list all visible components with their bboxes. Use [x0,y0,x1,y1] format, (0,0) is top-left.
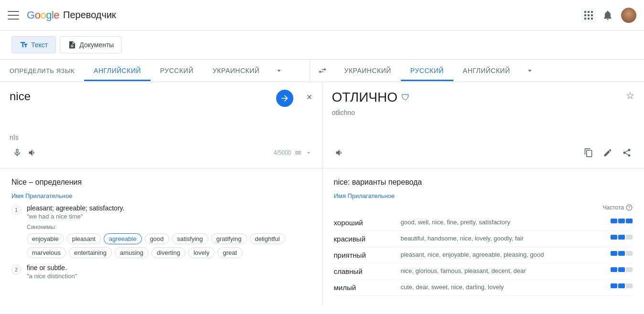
output-panel: ОТЛИЧНО 🛡 otlichno ☆ [322,82,644,168]
synonym-amusing[interactable]: amusing [115,247,149,258]
freq-bars-4 [611,283,633,288]
svg-rect-10 [295,152,301,153]
synonym-delightful[interactable]: delightful [250,233,285,244]
share-button[interactable] [619,145,634,160]
target-russian-btn[interactable]: РУССКИЙ [401,60,453,81]
svg-rect-6 [584,18,586,20]
svg-rect-8 [591,18,593,20]
synonym-diverting[interactable]: diverting [151,247,185,258]
target-lang-panel: УКРАИНСКИЙ РУССКИЙ АНГЛИЙСКИЙ [335,60,644,82]
trans-row-1: красивый beautiful, handsome, nice, love… [334,231,633,247]
translations-pos: Имя Прилагательное [334,192,633,199]
bottom-section: Nice – определения Имя Прилагательное 1 … [0,168,644,305]
text-button[interactable]: Текст [11,36,56,53]
svg-rect-1 [588,11,590,13]
freq-header: Частота ? [334,204,633,211]
definitions-title: Nice – определения [11,178,311,187]
output-speaker-button[interactable] [332,145,347,160]
source-lang-panel: ОПРЕДЕЛИТЬ ЯЗЫК АНГЛИЙСКИЙ РУССКИЙ УКРАИ… [0,60,310,82]
header: Google Переводчик [0,0,644,31]
google-logo: Google [27,9,59,21]
synonym-tags-1: enjoyable pleasant agreeable good satisf… [27,233,311,258]
favorite-button[interactable]: ☆ [626,90,634,101]
synonym-great[interactable]: great [217,247,242,258]
source-lang-chevron[interactable] [269,60,289,82]
trans-row-4: милый cute, dear, sweet, nice, darling, … [334,280,633,296]
output-phonetic: otlichno [332,109,410,116]
svg-rect-11 [295,154,301,154]
trans-word-3[interactable]: славный [334,267,401,275]
definition-example-2: "a nice distinction" [27,272,77,280]
target-lang-chevron[interactable] [520,60,540,82]
source-english-btn[interactable]: АНГЛИЙСКИЙ [84,60,150,81]
svg-text:?: ? [628,206,631,210]
synonym-marvelous[interactable]: marvelous [27,247,66,258]
language-bar: ОПРЕДЕЛИТЬ ЯЗЫК АНГЛИЙСКИЙ РУССКИЙ УКРАИ… [0,60,644,82]
logo-area: Google Переводчик [27,9,116,21]
output-actions [332,141,635,160]
target-english-btn[interactable]: АНГЛИЙСКИЙ [453,60,520,81]
svg-rect-4 [588,14,590,16]
svg-rect-7 [588,18,590,20]
translations-panel: nice: варианты перевода Имя Прилагательн… [322,168,644,305]
input-actions: 4/5000 [10,145,312,160]
trans-row-3: славный nice, glorious, famous, pleasant… [334,263,633,280]
trans-synonyms-1: beautiful, handsome, nice, lovely, goodl… [401,235,605,242]
detect-lang-btn[interactable]: ОПРЕДЕЛИТЬ ЯЗЫК [0,61,84,81]
svg-rect-5 [591,14,593,16]
toolbar: Текст Документы [0,31,644,60]
synonym-satisfying[interactable]: satisfying [172,233,208,244]
docs-button[interactable]: Документы [60,36,122,53]
translations-title: nice: варианты перевода [334,178,633,187]
app-title: Переводчик [63,10,116,21]
avatar[interactable] [621,8,636,23]
shield-icon: 🛡 [401,93,410,103]
svg-rect-3 [584,14,586,16]
freq-bars-1 [611,235,633,240]
source-text-input[interactable]: nice [10,90,312,130]
trans-synonyms-4: cute, dear, sweet, nice, darling, lovely [401,283,605,291]
trans-row-2: приятный pleasant, nice, enjoyable, agre… [334,247,633,263]
clear-input-button[interactable]: × [307,92,312,103]
freq-bars-3 [611,267,633,272]
menu-icon[interactable] [8,10,19,21]
trans-word-0[interactable]: хороший [334,219,401,227]
source-russian-btn[interactable]: РУССКИЙ [150,60,203,81]
target-ukrainian-btn[interactable]: УКРАИНСКИЙ [335,60,401,81]
definitions-pos: Имя Прилагательное [11,192,311,199]
synonym-gratifying[interactable]: gratifying [211,233,247,244]
bell-icon[interactable] [602,10,613,21]
trans-synonyms-3: nice, glorious, famous, pleasant, decent… [401,267,605,274]
translate-area: nice nīs × 4/5000 ОТЛИЧНО 🛡 [0,82,644,168]
synonym-pleasant[interactable]: pleasant [67,233,101,244]
trans-word-4[interactable]: милый [334,283,401,292]
definition-main-2: fine or subtle. [27,264,77,272]
char-count: 4/5000 [274,149,312,157]
trans-row-0: хороший good, well, nice, fine, pretty, … [334,215,633,231]
trans-synonyms-0: good, well, nice, fine, pretty, satisfac… [401,219,605,226]
trans-word-1[interactable]: красивый [334,235,401,243]
definitions-panel: Nice – определения Имя Прилагательное 1 … [0,168,322,305]
translate-button[interactable] [276,90,293,107]
definition-example-1: "we had a nice time" [27,213,311,220]
svg-rect-9 [295,151,301,152]
source-speaker-button[interactable] [25,145,40,160]
grid-icon[interactable] [583,10,594,21]
definition-item-2: 2 fine or subtle. "a nice distinction" [11,264,311,280]
synonym-entertaining[interactable]: entertaining [69,247,112,258]
translation-output: ОТЛИЧНО 🛡 [332,90,410,105]
synonym-enjoyable[interactable]: enjoyable [27,233,64,244]
source-mic-button[interactable] [10,145,25,160]
trans-synonyms-2: pleasant, nice, enjoyable, agreeable, pl… [401,251,605,258]
freq-bars-2 [611,251,633,256]
swap-languages-btn[interactable] [310,60,335,82]
synonym-agreeable[interactable]: agreeable [104,233,142,244]
source-ukrainian-btn[interactable]: УКРАИНСКИЙ [203,60,269,81]
edit-button[interactable] [600,145,615,160]
trans-word-2[interactable]: приятный [334,251,401,259]
synonym-good[interactable]: good [145,233,169,244]
synonym-lovely[interactable]: lovely [188,247,215,258]
copy-button[interactable] [581,145,596,160]
definition-main-1: pleasant; agreeable; satisfactory. [27,204,311,212]
synonyms-label-1: Синонимы: [27,224,311,230]
